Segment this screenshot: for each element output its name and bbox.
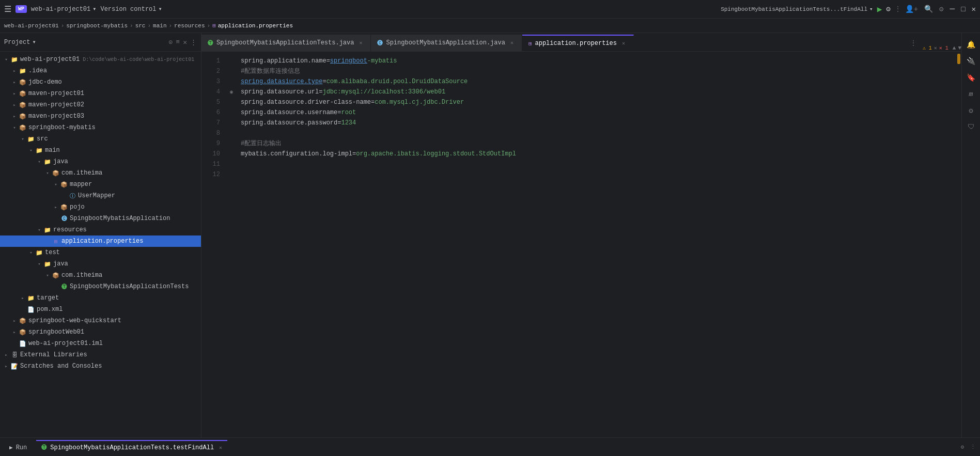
tab-label-1: SpingbootMybatisApplication.java [386, 39, 505, 46]
settings-gear-icon[interactable]: ⚙ [939, 5, 943, 13]
tree-item-usermapper[interactable]: Ⓘ UserMapper [0, 190, 201, 201]
sidebar-close-icon[interactable]: ✕ [183, 38, 187, 46]
tree-item-pojo[interactable]: 📦 pojo [0, 201, 201, 213]
bottom-settings-icon[interactable]: ⚙ [960, 444, 964, 450]
window-close-button[interactable]: ✕ [972, 5, 976, 13]
bottom-tab-run[interactable]: ▶ Run [4, 440, 32, 454]
tree-item-target[interactable]: 📁 target [0, 292, 201, 304]
run-button[interactable]: ▶ [877, 4, 882, 14]
more-actions-button[interactable]: ⋮ [895, 5, 901, 13]
folder-icon-java: 📁 [43, 158, 52, 166]
tree-item-application-tests[interactable]: 🅣 SpingbootMybatisApplicationTests [0, 281, 201, 292]
sidebar-gear-icon[interactable]: ⋮ [190, 38, 197, 46]
sidebar-scroll-from-source-icon[interactable]: ⊙ [169, 38, 173, 46]
tab-2[interactable]: ⊞ application.properties ✕ [522, 35, 634, 51]
tree-item-test-java[interactable]: 📁 java [0, 258, 201, 270]
run-config-selector[interactable]: SpingbootMybatisApplicationTests...tFind… [721, 6, 873, 12]
tree-item-springbootweb01[interactable]: 📦 springbootWeb01 [0, 326, 201, 338]
tree-item-external-libraries[interactable]: 🗄 External Libraries [0, 349, 201, 360]
tree-arrow-usermapper [60, 192, 68, 200]
shield-icon[interactable]: 🛡 [964, 120, 978, 134]
sidebar-header: Project ▾ ⊙ ≡ ✕ ⋮ [0, 33, 201, 52]
tab-close-1[interactable]: ✕ [508, 39, 516, 46]
tree-item-maven02[interactable]: 📦 maven-project02 [0, 99, 201, 111]
menu-icon[interactable]: ☰ [4, 4, 11, 14]
breadcrumb-item-0[interactable]: web-ai-project01 [4, 23, 59, 29]
code-editor[interactable]: spring.application.name=springboot-mybat… [237, 52, 955, 437]
title-bar-left: ☰ WP web-ai-project01 ▾ Version control … [4, 4, 717, 14]
editor-scrollbar[interactable] [955, 52, 961, 437]
code-line-1: spring.application.name=springboot-mybat… [241, 56, 955, 66]
bottom-right-actions: ⚙ ⋮ [960, 444, 976, 450]
breadcrumb-item-3[interactable]: main [153, 23, 166, 29]
tree-item-java[interactable]: 📁 java [0, 156, 201, 167]
window-minimize-button[interactable]: ─ [950, 5, 955, 14]
tree-item-springboot-mybatis[interactable]: 📦 springboot-mybatis [0, 122, 201, 133]
tab-close-0[interactable]: ✕ [357, 39, 364, 46]
project-title-dropdown-icon[interactable]: ▾ [32, 38, 36, 46]
tree-item-root[interactable]: 📁 web-ai-project01 D:\code\web-ai-code\w… [0, 54, 201, 65]
expand-icon[interactable]: ▼ [958, 45, 961, 51]
tree-label-root: web-ai-project01 [20, 56, 80, 63]
gutter-4[interactable]: ◉ [226, 87, 237, 97]
tree-item-jdbc-demo[interactable]: 📦 jdbc-demo [0, 76, 201, 88]
breadcrumb-item-5[interactable]: ⊞ application.properties [212, 22, 293, 29]
project-sidebar: Project ▾ ⊙ ≡ ✕ ⋮ 📁 web-ai-project01 D:\… [0, 33, 201, 437]
tree-item-pom[interactable]: 📄 pom.xml [0, 304, 201, 315]
line-num-1: 1 [201, 56, 226, 66]
tree-item-resources[interactable]: 📁 resources [0, 224, 201, 235]
tree-arrow-com-itheima [43, 169, 52, 177]
bookmark-icon[interactable]: 🔖 [964, 70, 978, 85]
tree-item-mapper[interactable]: 📦 mapper [0, 179, 201, 190]
tab-close-2[interactable]: ✕ [620, 40, 627, 47]
window-maximize-button[interactable]: □ [961, 5, 965, 13]
code-line-10: mybatis.configuration.log-impl=org.apach… [241, 149, 955, 159]
tabs-overflow-button[interactable]: ⋮ [906, 35, 921, 51]
tree-item-com-itheima[interactable]: 📦 com.itheima [0, 167, 201, 179]
debug-button[interactable]: ⚙ [886, 5, 890, 13]
tree-item-iml[interactable]: 📄 web-ai-project01.iml [0, 338, 201, 349]
structure-icon[interactable]: ⚙ [964, 103, 978, 118]
search-icon[interactable]: 🔍 [924, 5, 933, 13]
tree-item-idea[interactable]: 📁 .idea [0, 65, 201, 76]
tree-label-main-class: SpingbootMybatisApplication [70, 215, 170, 222]
tree-arrow-resources [35, 226, 43, 234]
tree-item-test[interactable]: 📁 test [0, 247, 201, 258]
test-tab-label: SpingbootMybatisApplicationTests.testFin… [50, 444, 214, 451]
gutter-7 [226, 118, 237, 128]
tree-item-maven01[interactable]: 📦 maven-project01 [0, 88, 201, 99]
tree-item-application-properties[interactable]: ⊞ application.properties [0, 235, 201, 247]
breadcrumb-item-1[interactable]: springboot-mybatis [66, 23, 128, 29]
sidebar-collapse-all-icon[interactable]: ≡ [176, 38, 180, 46]
project-name-dropdown[interactable]: web-ai-project01 ▾ [31, 5, 96, 13]
tree-arrow-java [35, 158, 43, 166]
tree-item-src[interactable]: 📁 src [0, 133, 201, 145]
version-control-button[interactable]: Version control ▾ [100, 5, 162, 13]
bottom-tab-test[interactable]: 🅣 SpingbootMybatisApplicationTests.testF… [36, 440, 227, 454]
breadcrumb-item-2[interactable]: src [135, 23, 146, 29]
code-line-2: #配置数据库连接信息 [241, 66, 955, 76]
tree-item-main[interactable]: 📁 main [0, 145, 201, 156]
tree-item-scratches[interactable]: 📝 Scratches and Consoles [0, 360, 201, 372]
collapse-icon[interactable]: ▲ [953, 45, 956, 51]
tabs-bar: 🅣 SpingbootMybatisApplicationTests.java … [201, 33, 961, 52]
test-tab-close[interactable]: ✕ [219, 445, 222, 451]
plugins-icon[interactable]: 🔌 [964, 54, 978, 68]
tree-label-main: main [45, 147, 60, 154]
tab-1[interactable]: 🅒 SpingbootMybatisApplication.java ✕ [371, 35, 522, 51]
m-icon[interactable]: m [964, 87, 978, 101]
notifications-icon[interactable]: 🔔 [964, 37, 978, 52]
tree-item-maven03[interactable]: 📦 maven-project03 [0, 111, 201, 122]
tree-arrow-test-com-itheima [43, 271, 52, 279]
breadcrumb-item-4[interactable]: resources [174, 23, 205, 29]
tree-label-springboot-mybatis: springboot-mybatis [28, 124, 96, 131]
sidebar-tree: 📁 web-ai-project01 D:\code\web-ai-code\w… [0, 52, 201, 437]
folder-icon-resources: 📁 [43, 226, 52, 234]
tree-item-test-com-itheima[interactable]: 📦 com.itheima [0, 270, 201, 281]
add-user-icon[interactable]: 👤+ [905, 5, 918, 13]
tree-item-main-class[interactable]: 🅒 SpingbootMybatisApplication [0, 213, 201, 224]
tab-0[interactable]: 🅣 SpingbootMybatisApplicationTests.java … [201, 35, 371, 51]
tree-item-springboot-web-quickstart[interactable]: 📦 springboot-web-quickstart [0, 315, 201, 326]
editor-top-right: ⚠ 1 ✕ ✕ 1 ▲ ▼ [923, 45, 961, 51]
bottom-more-icon[interactable]: ⋮ [970, 444, 976, 450]
